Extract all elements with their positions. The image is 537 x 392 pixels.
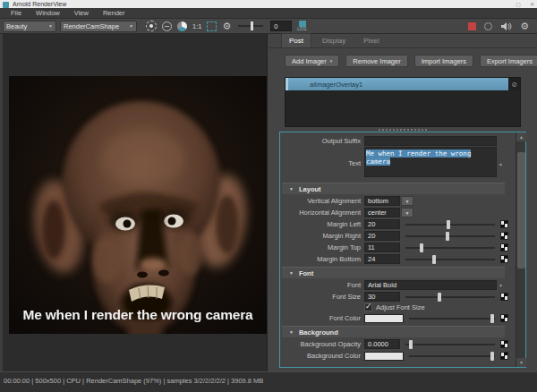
background-opacity-row: Background Opacity 0.0000: [280, 338, 516, 350]
vertical-alignment-select[interactable]: bottom: [364, 196, 400, 206]
imager-list: aiImagerOverlay1 ⊘: [285, 77, 521, 127]
section-title: Layout: [299, 185, 321, 193]
background-color-swatch[interactable]: [364, 352, 404, 361]
menu-render[interactable]: Render: [96, 9, 132, 17]
background-opacity-input[interactable]: 0.0000: [364, 339, 400, 349]
background-opacity-slider[interactable]: [405, 344, 495, 345]
font-color-slider[interactable]: [409, 318, 495, 320]
camera-select[interactable]: RenderCamShape ▼: [60, 21, 137, 32]
maximize-icon[interactable]: ▢: [516, 1, 521, 8]
aov-select[interactable]: Beauty ▼: [3, 21, 56, 32]
imager-properties-body: Output Suffix Text Me when I render the …: [280, 132, 516, 367]
add-imager-button[interactable]: Add Imager ▾: [285, 55, 339, 67]
adjust-font-size-checkbox[interactable]: ✓: [364, 303, 372, 311]
menu-view[interactable]: View: [67, 9, 96, 17]
distorted-face-render: [9, 76, 267, 334]
collapse-triangle-icon: ▼: [289, 270, 294, 276]
color-wheel-icon[interactable]: [177, 21, 187, 31]
background-color-row: Background Color: [280, 350, 516, 362]
chevron-down-icon[interactable]: ▼: [401, 196, 413, 206]
text-label: Text: [282, 159, 361, 167]
map-texture-icon[interactable]: [500, 352, 508, 360]
snapshot-icon[interactable]: [162, 21, 172, 31]
margin-top-input[interactable]: 11: [364, 243, 400, 252]
chevron-down-icon: ▼: [45, 23, 53, 29]
region-crop-icon[interactable]: [207, 21, 217, 31]
exposure-value-input[interactable]: 0: [270, 21, 292, 31]
map-texture-icon[interactable]: [500, 220, 508, 228]
background-section-header[interactable]: ▼ Background: [282, 326, 505, 337]
display-gear-icon[interactable]: ⚙: [222, 21, 231, 31]
output-suffix-input[interactable]: [364, 136, 497, 146]
log-display-icon[interactable]: LOG: [297, 21, 306, 32]
text-expand-icon[interactable]: ▾: [499, 161, 502, 167]
text-input[interactable]: Me when I render the wrong camera: [364, 147, 497, 177]
arnold-app-icon: [3, 2, 9, 8]
font-dropdown-icon[interactable]: ▾: [499, 282, 502, 288]
tab-display[interactable]: Display: [315, 34, 353, 47]
map-texture-icon[interactable]: [500, 293, 508, 301]
scrollbar-thumb[interactable]: [517, 152, 525, 268]
horizontal-alignment-select[interactable]: center: [364, 208, 400, 217]
map-texture-icon[interactable]: [500, 314, 508, 322]
disable-imager-icon[interactable]: ⊘: [508, 78, 520, 90]
start-ipr-icon[interactable]: [146, 21, 157, 31]
font-size-slider[interactable]: [405, 296, 495, 298]
output-suffix-row: Output Suffix: [280, 135, 516, 147]
properties-scrollbar[interactable]: ▲ ▼: [516, 132, 525, 367]
map-texture-icon[interactable]: [500, 340, 508, 348]
margin-bottom-input[interactable]: 24: [364, 254, 400, 264]
margin-bottom-row: Margin Bottom 24: [280, 253, 516, 265]
menu-file[interactable]: File: [4, 9, 29, 17]
imager-list-item[interactable]: aiImagerOverlay1 ⊘: [286, 78, 520, 90]
remove-imager-button[interactable]: Remove Imager: [345, 55, 407, 67]
margin-right-input[interactable]: 20: [364, 231, 400, 241]
aov-select-value: Beauty: [6, 22, 27, 30]
close-icon[interactable]: ✕: [530, 1, 534, 8]
export-imagers-button[interactable]: Export Imagers: [480, 55, 537, 67]
menubar: File Window View Render: [0, 8, 537, 19]
stop-render-button[interactable]: [468, 22, 476, 30]
adjust-font-size-label: Adjust Font Size: [376, 303, 425, 311]
text-row: Text Me when I render the wrong camera ▾: [280, 147, 516, 181]
tab-post[interactable]: Post: [281, 33, 311, 47]
map-texture-icon[interactable]: [500, 243, 508, 251]
margin-left-slider[interactable]: [405, 224, 495, 226]
font-size-input[interactable]: 30: [364, 292, 400, 302]
chevron-down-icon[interactable]: ▼: [401, 208, 413, 217]
main-area: Me when I render the wrong camera Post D…: [0, 34, 537, 371]
output-suffix-label: Output Suffix: [282, 137, 361, 145]
margin-right-slider[interactable]: [405, 235, 495, 237]
render-viewport: Me when I render the wrong camera: [0, 34, 268, 371]
font-color-swatch[interactable]: [364, 314, 404, 323]
toolbar: Beauty ▼ RenderCamShape ▼ 1:1 ⚙ 0 LOG ⚙: [0, 19, 537, 34]
imager-properties-frame: Output Suffix Text Me when I render the …: [279, 132, 526, 368]
settings-gear-icon[interactable]: ⚙: [520, 21, 529, 31]
margin-bottom-slider[interactable]: [405, 259, 495, 260]
collapse-triangle-icon: ▼: [289, 329, 294, 335]
font-color-row: Font Color: [280, 312, 516, 324]
chevron-down-icon: ▾: [330, 58, 333, 64]
menu-window[interactable]: Window: [29, 9, 67, 17]
map-texture-icon[interactable]: [500, 255, 508, 263]
margin-top-slider[interactable]: [405, 247, 495, 249]
background-color-slider[interactable]: [409, 355, 495, 357]
speaker-icon[interactable]: [500, 21, 512, 31]
refresh-render-icon[interactable]: [484, 22, 492, 30]
imager-name: aiImagerOverlay1: [310, 81, 362, 89]
font-section-header[interactable]: ▼ Font: [282, 267, 505, 278]
import-imagers-button[interactable]: Import Imagers: [414, 55, 473, 67]
scroll-up-icon[interactable]: ▲: [516, 132, 526, 141]
margin-left-input[interactable]: 20: [364, 219, 400, 229]
rendered-image: Me when I render the wrong camera: [9, 76, 267, 334]
statusbar: 00:00:00 | 500x500 | CPU | RenderCamShap…: [0, 371, 537, 392]
exposure-slider[interactable]: [238, 25, 263, 27]
tab-pixel[interactable]: Pixel: [356, 34, 386, 47]
render-status-text: 00:00:00 | 500x500 | CPU | RenderCamShap…: [0, 372, 537, 385]
font-name-input[interactable]: Arial Bold: [364, 280, 497, 290]
scroll-down-icon[interactable]: ▼: [516, 358, 526, 367]
map-texture-icon[interactable]: [500, 232, 508, 240]
window-title: Arnold RenderView: [13, 1, 66, 8]
zoom-ratio-button[interactable]: 1:1: [192, 22, 201, 30]
layout-section-header[interactable]: ▼ Layout: [282, 183, 505, 194]
